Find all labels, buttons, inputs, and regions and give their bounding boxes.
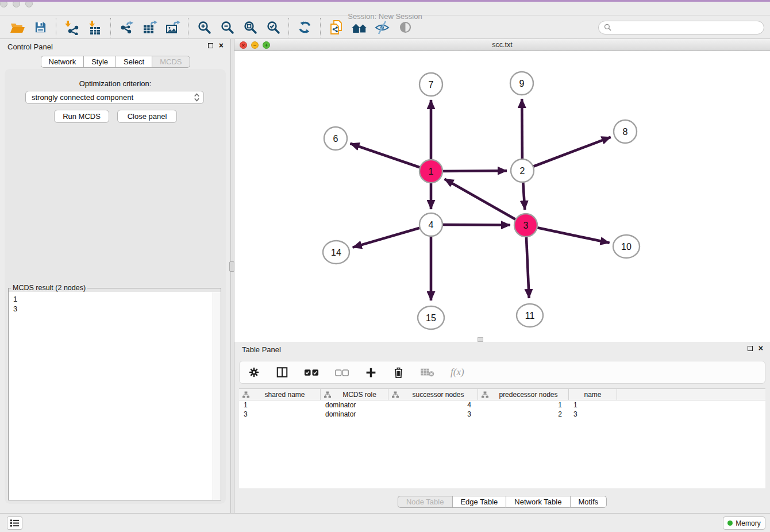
node-9[interactable]: 9 xyxy=(510,72,533,95)
shared-column-icon xyxy=(242,391,249,398)
export-image-button[interactable] xyxy=(161,18,184,37)
trash-icon xyxy=(392,366,405,379)
network-canvas[interactable]: 7968124314101511 xyxy=(234,51,770,338)
run-mcds-button[interactable]: Run MCDS xyxy=(54,110,109,123)
clone-network-button[interactable] xyxy=(325,18,348,37)
column-header-name[interactable]: name xyxy=(569,389,617,400)
memory-button[interactable]: Memory xyxy=(723,516,765,530)
vertical-splitter[interactable] xyxy=(230,39,234,513)
tab-edge-table[interactable]: Edge Table xyxy=(452,496,506,508)
deselect-all-rows-button[interactable] xyxy=(335,364,349,380)
delete-columns-button[interactable] xyxy=(392,364,405,380)
control-panel-title: Control Panel xyxy=(7,43,53,51)
node-1[interactable]: 1 xyxy=(419,160,442,183)
network-window-controls[interactable]: × − + xyxy=(240,41,270,49)
close-table-panel-icon[interactable]: × xyxy=(759,345,763,352)
tab-select[interactable]: Select xyxy=(116,56,152,68)
function-builder-button[interactable]: f(x) xyxy=(451,364,464,380)
table-toolbar: f(x) xyxy=(239,361,765,384)
tab-style[interactable]: Style xyxy=(83,56,116,68)
node-3[interactable]: 3 xyxy=(514,214,537,237)
zoom-out-button[interactable] xyxy=(215,18,238,37)
network-maximize-button[interactable]: + xyxy=(263,41,270,49)
edge-2-8[interactable] xyxy=(522,137,611,171)
status-bar: Memory xyxy=(0,513,770,532)
hide-graphics-details-button[interactable] xyxy=(371,18,394,37)
export-network-button[interactable] xyxy=(115,18,138,37)
close-panel-button[interactable]: Close panel xyxy=(117,110,177,123)
open-session-button[interactable] xyxy=(6,18,29,37)
tab-node-table[interactable]: Node Table xyxy=(398,496,452,508)
edge-1-6[interactable] xyxy=(351,144,432,171)
column-header-predecessor-nodes[interactable]: predecessor nodes xyxy=(478,389,569,400)
edge-3-1[interactable] xyxy=(445,179,526,225)
node-label: 6 xyxy=(333,134,338,144)
import-network-button[interactable] xyxy=(60,18,83,37)
edge-4-14[interactable] xyxy=(353,225,431,248)
node-6[interactable]: 6 xyxy=(324,127,347,150)
zoom-in-button[interactable] xyxy=(192,18,215,37)
network-window-header: × − + scc.txt xyxy=(234,39,770,51)
task-history-button[interactable] xyxy=(7,516,22,530)
refresh-icon xyxy=(298,20,312,34)
splitter-grip[interactable] xyxy=(229,261,234,272)
node-14[interactable]: 14 xyxy=(323,241,349,264)
column-header-shared-name[interactable]: shared name xyxy=(239,389,321,400)
node-4[interactable]: 4 xyxy=(419,213,442,236)
node-label: 11 xyxy=(525,311,535,321)
result-scrollbar[interactable] xyxy=(213,292,221,500)
open-folder-icon xyxy=(10,21,25,34)
search-icon xyxy=(604,24,611,31)
node-label: 1 xyxy=(429,167,434,176)
export-table-button[interactable] xyxy=(138,18,161,37)
select-all-rows-button[interactable] xyxy=(304,364,319,380)
float-panel-icon[interactable] xyxy=(208,43,213,48)
show-column-panel-button[interactable] xyxy=(276,364,288,380)
column-label: successor nodes xyxy=(399,391,478,399)
save-session-button[interactable] xyxy=(29,18,52,37)
network-close-button[interactable]: × xyxy=(240,41,247,49)
mcds-result-line: 1 xyxy=(13,294,221,304)
network-minimize-button[interactable]: − xyxy=(251,41,259,49)
node-15[interactable]: 15 xyxy=(418,306,444,329)
import-table-button[interactable] xyxy=(83,18,106,37)
table-cell: 3 xyxy=(569,410,617,419)
node-2[interactable]: 2 xyxy=(511,159,534,182)
tab-mcds[interactable]: MCDS xyxy=(152,56,190,68)
shared-column-icon xyxy=(392,391,399,398)
zoom-fit-button[interactable] xyxy=(238,18,261,37)
node-table[interactable]: shared nameMCDS rolesuccessor nodesprede… xyxy=(239,388,765,488)
refresh-layout-button[interactable] xyxy=(293,18,316,37)
network-graph[interactable]: 7968124314101511 xyxy=(234,51,770,338)
main-toolbar xyxy=(0,16,770,39)
float-table-panel-icon[interactable] xyxy=(748,346,753,351)
delete-table-icon xyxy=(420,367,435,377)
node-11[interactable]: 11 xyxy=(517,304,543,327)
create-new-column-button[interactable] xyxy=(365,364,377,380)
close-panel-icon[interactable]: × xyxy=(219,42,224,49)
node-10[interactable]: 10 xyxy=(613,235,640,258)
network-window-title: scc.txt xyxy=(234,39,770,51)
tab-motifs[interactable]: Motifs xyxy=(569,496,607,508)
table-row[interactable]: 3dominator323 xyxy=(239,410,765,419)
delete-table-button[interactable] xyxy=(420,364,435,380)
table-row[interactable]: 1dominator411 xyxy=(239,400,765,410)
show-graphics-details-button[interactable] xyxy=(394,18,417,37)
tab-network-table[interactable]: Network Table xyxy=(506,496,569,508)
export-table-icon xyxy=(142,20,157,35)
table-settings-button[interactable] xyxy=(248,364,260,380)
tab-network[interactable]: Network xyxy=(40,56,83,68)
network-overview-button[interactable] xyxy=(348,18,371,37)
optimization-criterion-dropdown[interactable]: strongly connected component xyxy=(25,91,204,104)
zoom-selected-button[interactable] xyxy=(261,18,284,37)
node-label: 8 xyxy=(623,127,628,137)
node-8[interactable]: 8 xyxy=(614,120,637,143)
search-input[interactable] xyxy=(614,24,759,32)
node-7[interactable]: 7 xyxy=(419,73,442,96)
edge-3-10[interactable] xyxy=(526,225,610,243)
horizontal-splitter-grip[interactable] xyxy=(478,337,483,342)
column-header-successor-nodes[interactable]: successor nodes xyxy=(388,389,478,400)
table-cell: 1 xyxy=(569,400,617,410)
column-header-MCDS-role[interactable]: MCDS role xyxy=(321,389,388,400)
search-box[interactable] xyxy=(598,21,764,34)
